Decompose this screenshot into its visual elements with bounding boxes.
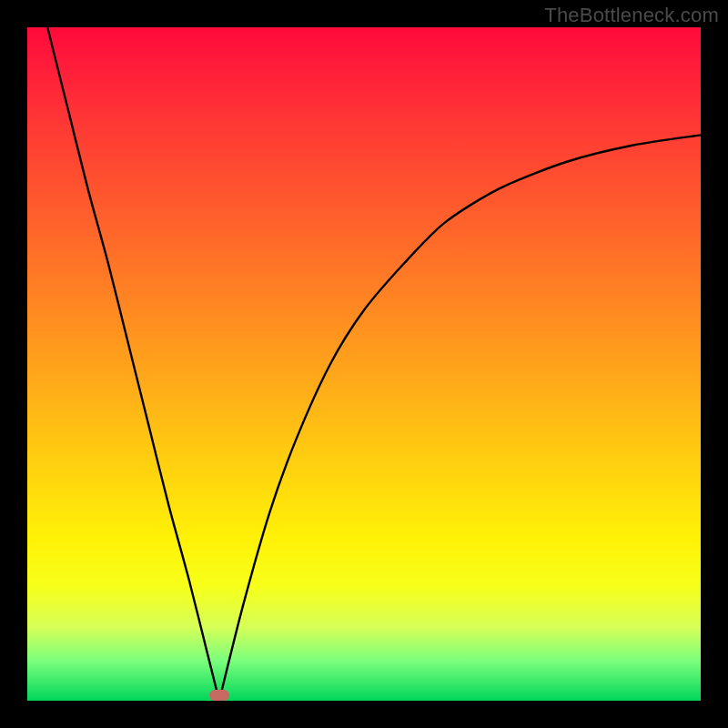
vertex-marker [209,690,229,701]
plot-area [27,27,701,701]
watermark-text: TheBottleneck.com [544,4,719,27]
bottleneck-curve [27,27,701,701]
curve-path [47,27,701,708]
chart-container: TheBottleneck.com [0,0,728,728]
